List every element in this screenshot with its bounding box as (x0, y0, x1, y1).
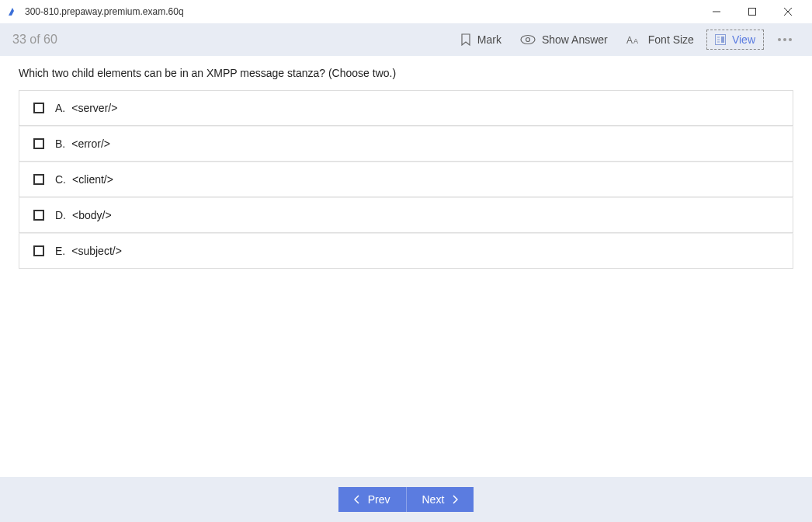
titlebar: 300-810.prepaway.premium.exam.60q (0, 0, 812, 23)
option-text: <body/> (72, 209, 112, 221)
option-letter: C. (55, 173, 66, 186)
checkbox-icon[interactable] (33, 103, 44, 113)
more-button[interactable] (764, 38, 800, 41)
mark-label: Mark (477, 33, 501, 46)
option-a[interactable]: A. <server/> (19, 90, 793, 126)
show-answer-button[interactable]: Show Answer (511, 29, 617, 50)
progress-indicator: 33 of 60 (12, 33, 57, 47)
checkbox-icon[interactable] (33, 245, 44, 256)
svg-text:A: A (626, 35, 633, 45)
dot-icon (789, 38, 792, 41)
checkbox-icon[interactable] (33, 138, 44, 149)
eye-icon (520, 34, 536, 45)
option-d[interactable]: D. <body/> (19, 197, 793, 233)
chevron-right-icon (452, 495, 458, 504)
dot-icon (778, 38, 781, 41)
font-size-button[interactable]: AA Font Size (617, 29, 703, 50)
option-c[interactable]: C. <client/> (19, 162, 793, 197)
option-text: <subject/> (71, 245, 122, 257)
prev-label: Prev (368, 493, 390, 506)
footer: Prev Next (0, 477, 812, 522)
font-size-icon: AA (626, 34, 642, 45)
minimize-button[interactable] (699, 0, 734, 23)
option-letter: B. (55, 137, 65, 150)
font-size-label: Font Size (648, 33, 694, 46)
view-button[interactable]: View (706, 30, 764, 50)
svg-point-4 (521, 36, 535, 44)
question-text: Which two child elements can be in an XM… (19, 67, 793, 79)
next-button[interactable]: Next (407, 487, 474, 512)
option-e[interactable]: E. <subject/> (19, 233, 793, 269)
window-controls (699, 0, 806, 23)
option-text: <client/> (72, 173, 113, 186)
option-letter: A. (55, 102, 65, 114)
dot-icon (783, 38, 786, 41)
checkbox-icon[interactable] (33, 210, 44, 221)
options-list: A. <server/> B. <error/> C. <client/> D.… (19, 90, 793, 269)
show-answer-label: Show Answer (542, 33, 608, 46)
toolbar: 33 of 60 Mark Show Answer AA Font Size V… (0, 23, 812, 56)
bookmark-icon (460, 33, 471, 46)
nav-group: Prev Next (338, 487, 474, 512)
svg-rect-12 (721, 37, 724, 43)
checkbox-icon[interactable] (33, 174, 44, 185)
option-letter: E. (55, 245, 65, 257)
option-b[interactable]: B. <error/> (19, 126, 793, 162)
prev-button[interactable]: Prev (338, 487, 407, 512)
option-letter: D. (55, 209, 66, 221)
chevron-left-icon (354, 495, 360, 504)
svg-rect-1 (749, 9, 756, 16)
view-label: View (732, 33, 755, 46)
mark-button[interactable]: Mark (451, 29, 511, 50)
option-text: <server/> (71, 102, 117, 114)
option-text: <error/> (71, 137, 110, 150)
svg-text:A: A (633, 37, 638, 45)
content-area: Which two child elements can be in an XM… (0, 56, 812, 477)
view-icon (715, 34, 726, 45)
close-button[interactable] (770, 0, 806, 23)
app-icon (6, 5, 19, 18)
next-label: Next (422, 493, 445, 506)
maximize-button[interactable] (734, 0, 770, 23)
svg-point-5 (526, 38, 529, 42)
window-title: 300-810.prepaway.premium.exam.60q (25, 6, 699, 17)
